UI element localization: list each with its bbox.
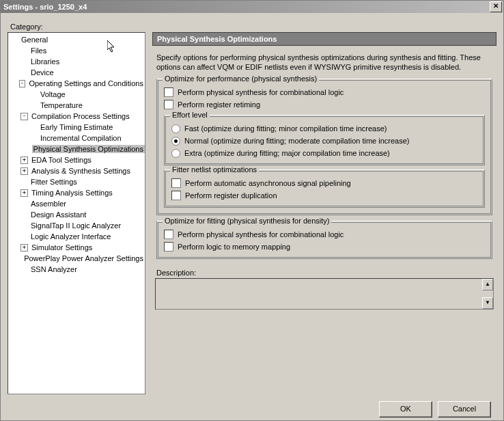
- tree-branch-icon: [20, 59, 29, 65]
- tree-item[interactable]: SSN Analyzer: [8, 264, 145, 275]
- panel-intro: Specify options for performing physical …: [156, 53, 492, 72]
- tree-branch-icon: [20, 267, 29, 273]
- tree-toggle-icon[interactable]: +: [20, 244, 28, 252]
- category-tree[interactable]: GeneralFilesLibrariesDevice-Operating Se…: [8, 32, 145, 394]
- tree-toggle-icon[interactable]: -: [20, 113, 28, 120]
- tree-item[interactable]: +Timing Analysis Settings: [8, 187, 145, 198]
- tree-branch-icon: [16, 256, 23, 262]
- tree-item[interactable]: Incremental Compilation: [8, 133, 145, 144]
- tree-item-label[interactable]: Libraries: [29, 57, 61, 66]
- tree-item-label[interactable]: Files: [29, 46, 48, 55]
- tree-item-label[interactable]: Physical Synthesis Optimizations: [32, 145, 145, 153]
- tree-branch-icon: [20, 223, 29, 229]
- ok-button[interactable]: OK: [379, 401, 432, 418]
- description-box: ▲ ▼: [155, 278, 494, 310]
- chk-fitter-pipelining[interactable]: [171, 178, 181, 188]
- chk-fitter-duplication[interactable]: [171, 191, 181, 200]
- tree-item-label[interactable]: Incremental Compilation: [39, 134, 123, 142]
- tree-branch-icon: [30, 103, 39, 109]
- tree-item[interactable]: Fitter Settings: [8, 176, 145, 187]
- tree-item-label[interactable]: SignalTap II Logic Analyzer: [29, 221, 122, 230]
- tree-item[interactable]: PowerPlay Power Analyzer Settings: [8, 253, 145, 264]
- chk-perf-retiming[interactable]: [164, 100, 173, 109]
- panel-heading: Physical Synthesis Optimizations: [152, 32, 496, 46]
- chk-perf-combinational-label: Perform physical synthesis for combinati…: [178, 88, 344, 96]
- tree-item-label[interactable]: Assembler: [29, 200, 68, 208]
- radio-effort-extra-label: Extra (optimize during fitting; major co…: [184, 149, 390, 157]
- tree-item-label[interactable]: Early Timing Estimate: [39, 123, 114, 131]
- tree-branch-icon: [20, 201, 29, 207]
- group-fitter-legend: Fitter netlist optimizations: [170, 165, 259, 174]
- cancel-button[interactable]: Cancel: [438, 401, 491, 418]
- tree-item[interactable]: Libraries: [8, 56, 145, 67]
- tree-item[interactable]: Assembler: [8, 198, 145, 209]
- tree-item[interactable]: +EDA Tool Settings: [8, 154, 145, 165]
- tree-item[interactable]: General: [8, 34, 145, 45]
- description-label: Description:: [156, 269, 492, 277]
- scroll-down-icon[interactable]: ▼: [482, 297, 493, 309]
- tree-item-label[interactable]: PowerPlay Power Analyzer Settings: [23, 254, 145, 262]
- tree-item-label[interactable]: Compilation Process Settings: [30, 112, 131, 120]
- tree-item[interactable]: Physical Synthesis Optimizations: [8, 144, 145, 154]
- tree-toggle-icon[interactable]: +: [20, 189, 28, 197]
- tree-item-label[interactable]: SSN Analyzer: [29, 265, 79, 273]
- tree-item-label[interactable]: Device: [29, 68, 55, 77]
- scroll-up-icon[interactable]: ▲: [482, 279, 493, 290]
- window-title: Settings - srio_1250_x4: [3, 3, 87, 11]
- tree-toggle-icon[interactable]: +: [20, 157, 28, 164]
- tree-item[interactable]: Files: [8, 45, 145, 56]
- tree-item-label[interactable]: Voltage: [39, 90, 67, 98]
- tree-branch-icon: [20, 48, 29, 54]
- tree-toggle-icon[interactable]: +: [20, 167, 28, 175]
- tree-item[interactable]: SignalTap II Logic Analyzer: [8, 220, 145, 231]
- chk-perf-combinational[interactable]: [164, 87, 173, 97]
- chk-perf-retiming-label: Perform register retiming: [178, 100, 260, 109]
- tree-branch-icon: [30, 124, 39, 131]
- radio-effort-normal[interactable]: [171, 137, 180, 146]
- titlebar: Settings - srio_1250_x4 ✕: [1, 1, 503, 13]
- chk-fit-memory-label: Perform logic to memory mapping: [178, 243, 290, 251]
- tree-item[interactable]: Temperature: [8, 100, 145, 111]
- tree-item[interactable]: Logic Analyzer Interface: [8, 231, 145, 242]
- chk-fitter-duplication-label: Perform register duplication: [185, 191, 277, 200]
- tree-item-label[interactable]: Design Assistant: [29, 210, 87, 219]
- tree-item-label[interactable]: Logic Analyzer Interface: [29, 232, 112, 241]
- chk-fit-memory[interactable]: [164, 242, 173, 252]
- group-performance-legend: Optimize for performance (physical synth…: [163, 74, 319, 83]
- description-text[interactable]: [156, 279, 482, 309]
- radio-effort-extra[interactable]: [171, 149, 180, 158]
- tree-item[interactable]: Device: [8, 67, 145, 78]
- tree-item[interactable]: -Operating Settings and Conditions: [8, 78, 145, 89]
- tree-item-label[interactable]: Operating Settings and Conditions: [27, 79, 145, 87]
- tree-branch-icon: [20, 179, 29, 185]
- radio-effort-fast-label: Fast (optimize during fitting; minor com…: [184, 124, 387, 133]
- tree-item-label[interactable]: Fitter Settings: [29, 178, 79, 186]
- tree-branch-icon: [30, 92, 39, 98]
- tree-branch-icon: [25, 146, 32, 152]
- tree-item-label[interactable]: Timing Analysis Settings: [30, 189, 114, 197]
- radio-effort-normal-label: Normal (optimize during fitting; moderat…: [184, 137, 410, 145]
- tree-item[interactable]: +Simulator Settings: [8, 242, 145, 253]
- chk-fitter-pipelining-label: Perform automatic asynchronous signal pi…: [185, 179, 351, 187]
- radio-effort-fast[interactable]: [171, 124, 180, 133]
- tree-item-label[interactable]: Temperature: [39, 101, 84, 109]
- tree-item[interactable]: Voltage: [8, 89, 145, 100]
- tree-item-label[interactable]: General: [20, 36, 49, 44]
- group-fitting-legend: Optimize for fitting (physical synthesis…: [163, 217, 331, 225]
- tree-item-label[interactable]: EDA Tool Settings: [30, 156, 93, 164]
- group-effort-legend: Effort level: [170, 111, 210, 119]
- chk-fit-combinational-label: Perform physical synthesis for combinati…: [178, 230, 344, 239]
- tree-branch-icon: [20, 212, 29, 218]
- tree-item-label[interactable]: Analysis & Synthesis Settings: [30, 167, 132, 175]
- tree-item[interactable]: +Analysis & Synthesis Settings: [8, 165, 145, 176]
- tree-item-label[interactable]: Simulator Settings: [30, 243, 94, 252]
- tree-branch-icon: [20, 70, 29, 76]
- tree-item[interactable]: Early Timing Estimate: [8, 122, 145, 133]
- tree-toggle-icon[interactable]: -: [19, 80, 26, 87]
- tree-item[interactable]: Design Assistant: [8, 209, 145, 220]
- tree-branch-icon: [20, 234, 29, 240]
- tree-item[interactable]: -Compilation Process Settings: [8, 111, 145, 122]
- close-button[interactable]: ✕: [490, 1, 502, 12]
- tree-branch-icon: [30, 135, 39, 141]
- chk-fit-combinational[interactable]: [164, 230, 173, 239]
